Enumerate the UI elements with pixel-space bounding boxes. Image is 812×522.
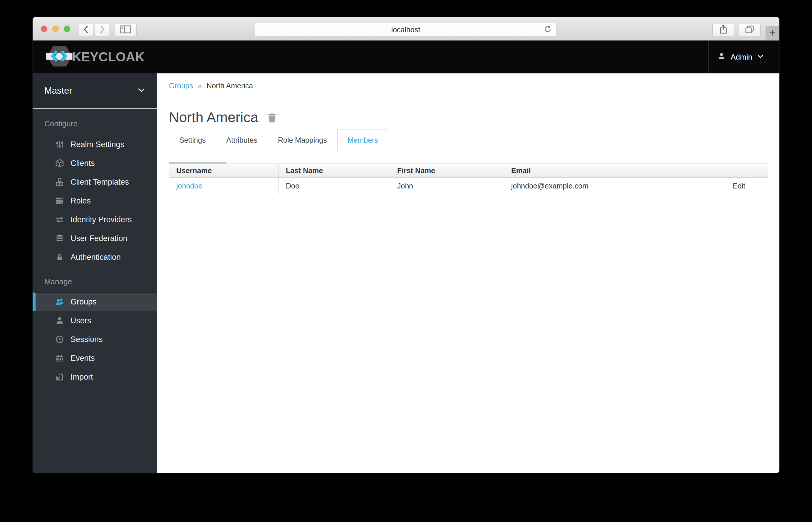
tab-role-mappings[interactable]: Role Mappings: [268, 129, 337, 151]
browser-forward-button[interactable]: [95, 23, 109, 36]
chevron-down-icon: [757, 54, 763, 60]
desktop-background: localhost: [0, 0, 812, 522]
column-last-name[interactable]: Last Name: [279, 164, 390, 178]
browser-toolbar: localhost: [33, 17, 779, 41]
database-icon: [54, 234, 65, 243]
user-menu-label: Admin: [731, 53, 752, 62]
tab-overview-button[interactable]: [739, 23, 760, 36]
sidebar-item-label: Roles: [71, 196, 91, 205]
import-icon: [54, 373, 65, 381]
clock-icon: [54, 335, 65, 344]
browser-window: localhost: [33, 17, 779, 473]
calendar-icon: [54, 354, 65, 363]
sidebar-section-manage: Manage: [33, 276, 157, 287]
sidebar-item-label: Realm Settings: [71, 140, 124, 149]
sidebar-item-import[interactable]: Import: [33, 367, 157, 386]
cell-email: johndoe@example.com: [504, 178, 710, 194]
app-header: KEYCLOAK Admin: [33, 41, 779, 74]
sidebar-item-roles[interactable]: Roles: [33, 192, 157, 210]
breadcrumb: Groups » North America: [169, 81, 767, 91]
sidebar-item-label: Users: [71, 316, 91, 325]
header-divider: [708, 41, 709, 74]
minimize-window-button[interactable]: [52, 25, 59, 32]
list-bars-icon: [54, 196, 65, 205]
trash-icon: [267, 111, 277, 123]
cubes-icon: [54, 177, 65, 187]
page-title-row: North America: [169, 108, 767, 126]
sidebar-item-identity-providers[interactable]: Identity Providers: [33, 210, 157, 229]
realm-selector[interactable]: Master: [33, 74, 157, 108]
reload-icon[interactable]: [543, 25, 552, 36]
manage-items: Groups Users: [33, 293, 157, 386]
address-bar[interactable]: localhost: [255, 23, 557, 37]
chevron-down-icon: [137, 88, 145, 94]
share-button[interactable]: [712, 23, 734, 36]
page-title: North America: [169, 109, 258, 125]
sidebar-item-label: Groups: [71, 297, 97, 306]
sidebar-item-label: Authentication: [71, 253, 121, 262]
user-menu-dropdown[interactable]: Admin: [717, 41, 763, 74]
column-first-name[interactable]: First Name: [390, 164, 504, 178]
share-icon: [719, 24, 728, 36]
column-actions: [710, 164, 768, 178]
brand-wordmark: KEYCLOAK: [72, 49, 144, 64]
url-text: localhost: [391, 25, 420, 34]
window-controls: [41, 25, 70, 32]
breadcrumb-separator: »: [198, 82, 202, 90]
edit-button[interactable]: Edit: [717, 178, 760, 194]
sidebar-item-events[interactable]: Events: [33, 349, 157, 367]
sidebar: Master Configure: [33, 74, 157, 473]
sidebar-item-clients[interactable]: Clients: [33, 154, 157, 173]
users-group-icon: [54, 297, 65, 306]
sidebar-item-authentication[interactable]: Authentication: [33, 248, 157, 266]
sidebar-toggle-button[interactable]: [115, 23, 137, 36]
breadcrumb-groups-link[interactable]: Groups: [169, 82, 193, 90]
tab-members[interactable]: Members: [337, 129, 388, 151]
close-window-button[interactable]: [41, 25, 47, 32]
sort-indicator: [169, 162, 227, 163]
main-content: Groups » North America North America: [157, 74, 779, 473]
chevron-right-icon: [99, 25, 105, 35]
delete-group-button[interactable]: [267, 111, 277, 123]
sidebar-item-users[interactable]: Users: [33, 311, 157, 330]
keycloak-logo: KEYCLOAK: [45, 45, 144, 69]
sidebar-item-label: Identity Providers: [71, 215, 132, 224]
new-tab-button[interactable]: +: [766, 26, 779, 40]
sidebar-item-label: Import: [71, 373, 93, 382]
user-icon: [717, 52, 726, 62]
keycloak-hexagon-icon: [45, 45, 74, 69]
cell-username: johndoe: [169, 178, 279, 194]
cell-last-name: Doe: [279, 178, 390, 194]
cell-action: Edit: [710, 178, 768, 194]
chevron-left-icon: [83, 25, 89, 35]
table-header-row: Username Last Name First Name Email: [169, 164, 768, 178]
sidebar-item-groups[interactable]: Groups: [33, 293, 157, 311]
sidebar-section-configure: Configure: [33, 118, 157, 129]
lock-icon: [54, 253, 65, 262]
tab-attributes[interactable]: Attributes: [216, 129, 268, 151]
realm-name: Master: [44, 85, 72, 96]
cube-icon: [54, 159, 65, 168]
sidebar-item-label: User Federation: [71, 234, 128, 243]
table-row: johndoe Doe John johndoe@example.com Edi…: [169, 178, 768, 194]
sidebar-item-label: Client Templates: [71, 178, 129, 187]
zoom-window-button[interactable]: [64, 25, 70, 32]
sidebar-panel-icon: [120, 25, 132, 35]
user-icon: [54, 316, 65, 325]
group-tabs: Settings Attributes Role Mappings Member…: [169, 130, 767, 151]
sidebar-item-sessions[interactable]: Sessions: [33, 330, 157, 349]
column-email[interactable]: Email: [504, 164, 710, 178]
sidebar-item-realm-settings[interactable]: Realm Settings: [33, 135, 157, 154]
browser-back-button[interactable]: [79, 23, 93, 36]
tab-settings[interactable]: Settings: [169, 129, 216, 151]
tabs-overview-icon: [745, 25, 755, 35]
members-table: Username Last Name First Name Email john…: [169, 163, 768, 194]
sidebar-item-client-templates[interactable]: Client Templates: [33, 173, 157, 192]
members-table-wrap: Username Last Name First Name Email john…: [169, 163, 768, 194]
sliders-icon: [54, 140, 65, 149]
sidebar-item-user-federation[interactable]: User Federation: [33, 229, 157, 248]
sidebar-item-label: Events: [71, 354, 95, 363]
column-username[interactable]: Username: [169, 164, 279, 178]
breadcrumb-current: North America: [207, 82, 253, 90]
username-link[interactable]: johndoe: [176, 182, 202, 190]
